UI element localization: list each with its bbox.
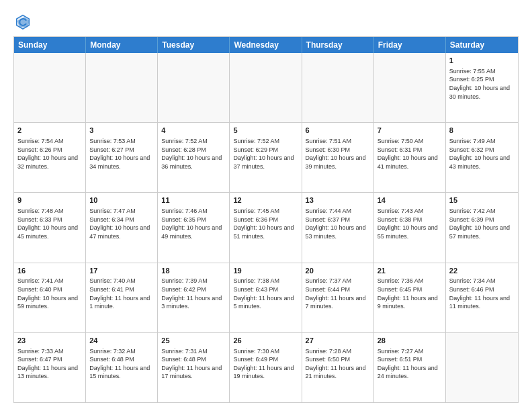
cal-cell-3: 3Sunrise: 7:53 AM Sunset: 6:27 PM Daylig…	[86, 123, 158, 192]
day-number: 23	[17, 336, 82, 346]
day-number: 3	[89, 126, 154, 136]
cell-text: Sunrise: 7:49 AM Sunset: 6:32 PM Dayligh…	[449, 137, 515, 171]
day-number: 14	[378, 195, 442, 205]
day-number: 20	[306, 266, 370, 276]
cal-row-3: 16Sunrise: 7:41 AM Sunset: 6:40 PM Dayli…	[14, 263, 518, 332]
cal-header-tuesday: Tuesday	[158, 37, 230, 53]
cell-text: Sunrise: 7:33 AM Sunset: 6:47 PM Dayligh…	[17, 347, 82, 381]
cell-text: Sunrise: 7:52 AM Sunset: 6:28 PM Dayligh…	[161, 137, 226, 171]
cell-text: Sunrise: 7:37 AM Sunset: 6:44 PM Dayligh…	[306, 277, 370, 310]
cal-header-monday: Monday	[86, 37, 158, 53]
day-number: 5	[233, 126, 298, 136]
cal-header-sunday: Sunday	[14, 37, 86, 53]
logo	[13, 12, 35, 31]
cal-cell-9: 9Sunrise: 7:48 AM Sunset: 6:33 PM Daylig…	[14, 193, 86, 262]
day-number: 15	[449, 195, 515, 205]
cell-text: Sunrise: 7:39 AM Sunset: 6:42 PM Dayligh…	[161, 277, 226, 310]
cal-header-thursday: Thursday	[302, 37, 374, 53]
cell-text: Sunrise: 7:54 AM Sunset: 6:26 PM Dayligh…	[17, 137, 82, 171]
cell-text: Sunrise: 7:40 AM Sunset: 6:41 PM Dayligh…	[89, 277, 154, 310]
cal-header-saturday: Saturday	[446, 37, 518, 53]
cal-cell-26: 26Sunrise: 7:30 AM Sunset: 6:49 PM Dayli…	[230, 333, 302, 402]
cal-cell-27: 27Sunrise: 7:28 AM Sunset: 6:50 PM Dayli…	[302, 333, 374, 402]
cal-cell-21: 21Sunrise: 7:36 AM Sunset: 6:45 PM Dayli…	[374, 263, 446, 332]
cal-cell-28: 28Sunrise: 7:27 AM Sunset: 6:51 PM Dayli…	[374, 333, 446, 402]
cell-text: Sunrise: 7:46 AM Sunset: 6:35 PM Dayligh…	[161, 207, 226, 240]
day-number: 28	[378, 336, 442, 346]
cal-header-wednesday: Wednesday	[230, 37, 302, 53]
day-number: 21	[378, 266, 442, 276]
cal-cell-4: 4Sunrise: 7:52 AM Sunset: 6:28 PM Daylig…	[158, 123, 230, 192]
cell-text: Sunrise: 7:53 AM Sunset: 6:27 PM Dayligh…	[89, 137, 154, 171]
cell-text: Sunrise: 7:43 AM Sunset: 6:38 PM Dayligh…	[378, 207, 442, 240]
cal-cell-empty-0-5	[374, 53, 446, 122]
cell-text: Sunrise: 7:38 AM Sunset: 6:43 PM Dayligh…	[233, 277, 298, 310]
day-number: 19	[233, 266, 298, 276]
day-number: 4	[161, 126, 226, 136]
cal-cell-6: 6Sunrise: 7:51 AM Sunset: 6:30 PM Daylig…	[302, 123, 374, 192]
cal-cell-18: 18Sunrise: 7:39 AM Sunset: 6:42 PM Dayli…	[158, 263, 230, 332]
cell-text: Sunrise: 7:34 AM Sunset: 6:46 PM Dayligh…	[449, 277, 515, 310]
day-number: 18	[161, 266, 226, 276]
cal-cell-23: 23Sunrise: 7:33 AM Sunset: 6:47 PM Dayli…	[14, 333, 86, 402]
cal-cell-24: 24Sunrise: 7:32 AM Sunset: 6:48 PM Dayli…	[86, 333, 158, 402]
cal-cell-16: 16Sunrise: 7:41 AM Sunset: 6:40 PM Dayli…	[14, 263, 86, 332]
day-number: 16	[17, 266, 82, 276]
calendar-body: 1Sunrise: 7:55 AM Sunset: 6:25 PM Daylig…	[14, 53, 518, 402]
cal-cell-empty-0-1	[86, 53, 158, 122]
cal-cell-8: 8Sunrise: 7:49 AM Sunset: 6:32 PM Daylig…	[446, 123, 518, 192]
cell-text: Sunrise: 7:31 AM Sunset: 6:48 PM Dayligh…	[161, 347, 226, 381]
cal-cell-empty-0-2	[158, 53, 230, 122]
cal-cell-1: 1Sunrise: 7:55 AM Sunset: 6:25 PM Daylig…	[446, 53, 518, 122]
cell-text: Sunrise: 7:44 AM Sunset: 6:37 PM Dayligh…	[306, 207, 370, 240]
cal-row-2: 9Sunrise: 7:48 AM Sunset: 6:33 PM Daylig…	[14, 192, 518, 262]
day-number: 17	[89, 266, 154, 276]
day-number: 11	[161, 195, 226, 205]
cal-cell-20: 20Sunrise: 7:37 AM Sunset: 6:44 PM Dayli…	[302, 263, 374, 332]
cal-cell-15: 15Sunrise: 7:42 AM Sunset: 6:39 PM Dayli…	[446, 193, 518, 262]
cal-cell-14: 14Sunrise: 7:43 AM Sunset: 6:38 PM Dayli…	[374, 193, 446, 262]
calendar: SundayMondayTuesdayWednesdayThursdayFrid…	[13, 36, 519, 403]
cal-cell-7: 7Sunrise: 7:50 AM Sunset: 6:31 PM Daylig…	[374, 123, 446, 192]
cell-text: Sunrise: 7:27 AM Sunset: 6:51 PM Dayligh…	[378, 347, 442, 381]
cell-text: Sunrise: 7:48 AM Sunset: 6:33 PM Dayligh…	[17, 207, 82, 240]
cal-cell-13: 13Sunrise: 7:44 AM Sunset: 6:37 PM Dayli…	[302, 193, 374, 262]
cal-cell-empty-0-3	[230, 53, 302, 122]
header	[13, 12, 519, 31]
cal-cell-2: 2Sunrise: 7:54 AM Sunset: 6:26 PM Daylig…	[14, 123, 86, 192]
cal-header-friday: Friday	[374, 37, 446, 53]
cell-text: Sunrise: 7:45 AM Sunset: 6:36 PM Dayligh…	[233, 207, 298, 240]
day-number: 2	[17, 126, 82, 136]
cell-text: Sunrise: 7:50 AM Sunset: 6:31 PM Dayligh…	[378, 137, 442, 171]
cal-cell-11: 11Sunrise: 7:46 AM Sunset: 6:35 PM Dayli…	[158, 193, 230, 262]
cal-cell-empty-4-6	[446, 333, 518, 402]
day-number: 9	[17, 195, 82, 205]
cell-text: Sunrise: 7:55 AM Sunset: 6:25 PM Dayligh…	[449, 67, 515, 101]
calendar-header-row: SundayMondayTuesdayWednesdayThursdayFrid…	[14, 37, 518, 53]
cell-text: Sunrise: 7:52 AM Sunset: 6:29 PM Dayligh…	[233, 137, 298, 171]
day-number: 10	[89, 195, 154, 205]
cal-cell-10: 10Sunrise: 7:47 AM Sunset: 6:34 PM Dayli…	[86, 193, 158, 262]
cell-text: Sunrise: 7:36 AM Sunset: 6:45 PM Dayligh…	[378, 277, 442, 310]
day-number: 6	[306, 126, 370, 136]
day-number: 22	[449, 266, 515, 276]
day-number: 8	[449, 126, 515, 136]
cell-text: Sunrise: 7:42 AM Sunset: 6:39 PM Dayligh…	[449, 207, 515, 240]
cal-row-1: 2Sunrise: 7:54 AM Sunset: 6:26 PM Daylig…	[14, 122, 518, 192]
day-number: 25	[161, 336, 226, 346]
cal-cell-17: 17Sunrise: 7:40 AM Sunset: 6:41 PM Dayli…	[86, 263, 158, 332]
cell-text: Sunrise: 7:28 AM Sunset: 6:50 PM Dayligh…	[306, 347, 370, 381]
cal-cell-12: 12Sunrise: 7:45 AM Sunset: 6:36 PM Dayli…	[230, 193, 302, 262]
cal-cell-empty-0-0	[14, 53, 86, 122]
cal-cell-22: 22Sunrise: 7:34 AM Sunset: 6:46 PM Dayli…	[446, 263, 518, 332]
day-number: 1	[449, 56, 515, 66]
day-number: 24	[89, 336, 154, 346]
cell-text: Sunrise: 7:32 AM Sunset: 6:48 PM Dayligh…	[89, 347, 154, 381]
cell-text: Sunrise: 7:41 AM Sunset: 6:40 PM Dayligh…	[17, 277, 82, 310]
page: SundayMondayTuesdayWednesdayThursdayFrid…	[0, 0, 532, 411]
cell-text: Sunrise: 7:30 AM Sunset: 6:49 PM Dayligh…	[233, 347, 298, 381]
day-number: 27	[306, 336, 370, 346]
day-number: 13	[306, 195, 370, 205]
cal-cell-25: 25Sunrise: 7:31 AM Sunset: 6:48 PM Dayli…	[158, 333, 230, 402]
cal-cell-5: 5Sunrise: 7:52 AM Sunset: 6:29 PM Daylig…	[230, 123, 302, 192]
